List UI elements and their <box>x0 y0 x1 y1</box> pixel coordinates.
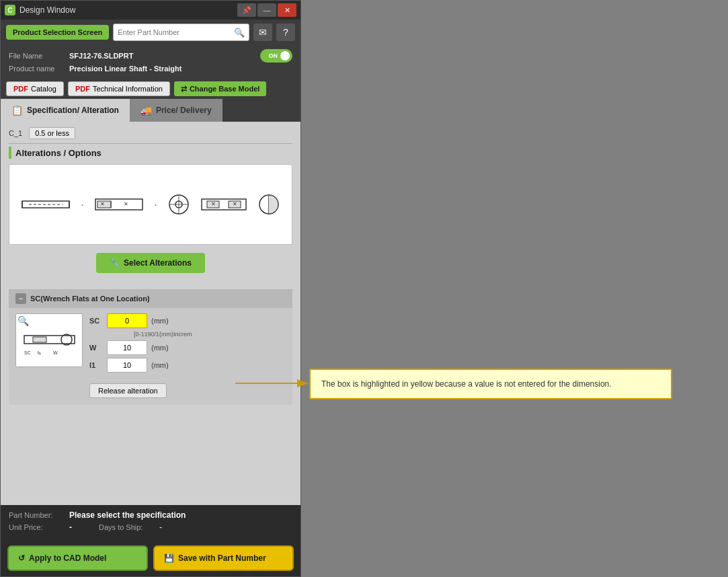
separator-dots-2: · <box>154 198 157 212</box>
sc-field-range: [0-1190/1(mm)Increm <box>134 331 286 338</box>
change-base-model-button[interactable]: ⇄ Change Base Model <box>174 81 267 96</box>
sc-field-input[interactable] <box>107 313 147 328</box>
wrench-icon: 🔧 <box>110 258 120 268</box>
design-window: C Design Window 📌 — ✕ Product Selection … <box>0 0 301 577</box>
part-number-row: Part Number: Please select the specifica… <box>9 510 292 520</box>
alt-image-2[interactable]: ✕ ✕ <box>92 191 146 218</box>
sc-field-label: SC <box>89 317 103 325</box>
select-alterations-button[interactable]: 🔧 Select Alterations <box>96 253 205 273</box>
w-field-label: W <box>89 344 103 352</box>
tabs: 📋 Specification/ Alteration 🚚 Price/ Del… <box>1 99 300 122</box>
search-icon: 🔍 <box>234 28 245 38</box>
toggle-label: ON <box>269 52 278 59</box>
tab-specification[interactable]: 📋 Specification/ Alteration <box>1 99 130 122</box>
alterations-section-header: Alterations / Options <box>9 147 292 159</box>
close-button[interactable]: ✕ <box>278 3 296 17</box>
pdf-icon-technical: PDF <box>75 85 90 93</box>
sc-alteration-section: − SC(Wrench Flats at One Location) 🔍 <box>9 289 292 405</box>
app-icon: C <box>5 5 15 15</box>
save-label: Save with Part Number <box>178 553 266 563</box>
apply-to-cad-button[interactable]: ↺ Apply to CAD Model <box>7 545 148 571</box>
pdf-icon-catalog: PDF <box>13 85 28 93</box>
unit-price-value: - <box>69 523 72 532</box>
price-tab-icon: 🚚 <box>140 105 152 116</box>
minimize-button[interactable]: — <box>257 3 276 17</box>
technical-label: Technical Information <box>93 85 163 93</box>
product-name-value: Precision Linear Shaft - Straight <box>69 65 181 73</box>
catalog-button[interactable]: PDF Catalog <box>6 81 64 96</box>
alt-image-3[interactable] <box>165 191 192 218</box>
svg-rect-20 <box>24 336 75 344</box>
svg-text:✕: ✕ <box>99 201 104 207</box>
release-alteration-button[interactable]: Release alteration <box>89 383 167 398</box>
action-buttons: PDF Catalog PDF Technical Information ⇄ … <box>1 79 300 99</box>
bottom-buttons: ↺ Apply to CAD Model 💾 Save with Part Nu… <box>1 540 300 576</box>
sc-fields: SC (mm) [0-1190/1(mm)Increm W (mm) <box>89 313 286 373</box>
alteration-images: · ✕ ✕ · <box>9 164 292 245</box>
alt-image-5[interactable] <box>255 191 282 218</box>
toggle-knob <box>280 51 290 61</box>
tooltip-text: The box is highlighted in yellow because… <box>321 379 612 389</box>
title-bar: C Design Window 📌 — ✕ <box>1 1 300 20</box>
toggle-switch[interactable]: ON <box>260 49 292 63</box>
select-alterations-label: Select Alterations <box>124 258 192 268</box>
spec-tab-icon: 📋 <box>11 105 23 116</box>
product-selection-button[interactable]: Product Selection Screen <box>6 25 109 40</box>
change-model-label: Change Base Model <box>190 85 260 93</box>
change-model-icon: ⇄ <box>181 85 187 93</box>
file-name-label: File Name <box>9 52 69 60</box>
tooltip-box: The box is highlighted in yellow because… <box>309 369 672 399</box>
svg-text:✕: ✕ <box>232 201 237 207</box>
l1-field-unit: (mm) <box>151 361 169 369</box>
c1-row: C_1 0.5 or less <box>9 127 292 139</box>
collapse-button[interactable]: − <box>15 293 26 304</box>
section-title: Alterations / Options <box>15 148 102 158</box>
window-title: Design Window <box>19 5 236 15</box>
sc-section-title: SC(Wrench Flats at One Location) <box>30 295 150 303</box>
technical-info-button[interactable]: PDF Technical Information <box>68 81 170 96</box>
tab-price-delivery[interactable]: 🚚 Price/ Delivery <box>130 99 223 122</box>
days-label: Days to Ship: <box>99 523 159 531</box>
price-tab-label: Price/ Delivery <box>156 106 212 115</box>
help-button[interactable]: ? <box>276 24 295 41</box>
c1-value: 0.5 or less <box>29 127 75 139</box>
divider <box>9 143 292 144</box>
svg-text:✕: ✕ <box>123 201 128 207</box>
section-bar <box>9 147 11 159</box>
svg-rect-21 <box>33 337 46 342</box>
product-name-label: Product name <box>9 65 69 73</box>
part-number-label: Part Number: <box>9 511 69 519</box>
search-box: 🔍 <box>113 24 249 41</box>
file-name-value: SFJ12-76.SLDPRT <box>69 52 133 60</box>
sc-content: 🔍 SC ℓ₁ W <box>9 308 292 378</box>
spec-tab-label: Specification/ Alteration <box>27 106 119 115</box>
apply-label: Apply to CAD Model <box>29 553 106 563</box>
svg-text:ℓ₁: ℓ₁ <box>37 350 41 355</box>
catalog-label: Catalog <box>31 85 56 93</box>
w-field-unit: (mm) <box>151 344 169 352</box>
alt-image-1[interactable] <box>19 191 73 218</box>
search-input[interactable] <box>118 28 234 36</box>
svg-text:W: W <box>53 350 58 355</box>
alt-image-4[interactable]: ✕ ✕ <box>200 191 247 218</box>
sc-diagram[interactable]: 🔍 SC ℓ₁ W <box>15 313 83 367</box>
save-with-part-number-button[interactable]: 💾 Save with Part Number <box>153 545 294 571</box>
sc-section-header: − SC(Wrench Flats at One Location) <box>9 289 292 308</box>
content-area: C_1 0.5 or less Alterations / Options <box>1 122 300 505</box>
email-button[interactable]: ✉ <box>253 24 272 41</box>
magnify-icon: 🔍 <box>17 315 29 326</box>
file-info: File Name SFJ12-76.SLDPRT ON Product nam… <box>1 45 300 79</box>
svg-text:✕: ✕ <box>210 201 215 207</box>
l1-field-label: l1 <box>89 361 103 369</box>
sc-field-row: SC (mm) <box>89 313 286 328</box>
w-field-input[interactable] <box>107 340 147 355</box>
pin-button[interactable]: 📌 <box>237 3 256 17</box>
unit-price-label: Unit Price: <box>9 523 69 531</box>
scroll-container[interactable]: C_1 0.5 or less Alterations / Options <box>1 122 300 505</box>
w-field-row: W (mm) <box>89 340 286 355</box>
l1-field-input[interactable] <box>107 358 147 373</box>
price-row: Unit Price: - Days to Ship: - <box>9 523 292 532</box>
save-icon: 💾 <box>164 553 174 563</box>
l1-field-row: l1 (mm) <box>89 358 286 373</box>
part-number-value: Please select the specification <box>69 510 186 520</box>
